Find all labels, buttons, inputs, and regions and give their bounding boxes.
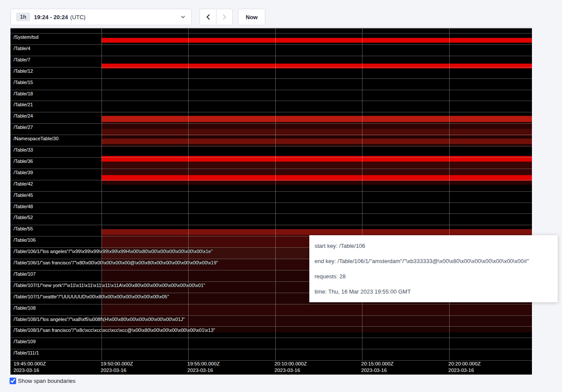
chevron-right-icon [221,14,228,20]
range-nav-group [200,9,233,25]
x-axis-tick-label: 20:10:00.000Z2023-03-16 [274,361,307,374]
show-span-boundaries-label: Show span boundaries [18,378,75,384]
chevron-down-icon [180,14,186,20]
x-axis-tick-label: 19:55:00.000Z2023-03-16 [187,361,220,374]
hover-tooltip: start key: /Table/106end key: /Table/106… [309,235,558,302]
time-range-selector[interactable]: 1h 19:24 - 20:24 (UTC) [10,9,192,25]
range-timezone-label: (UTC) [70,14,85,20]
range-duration-badge: 1h [16,13,30,21]
key-visualizer-canvas[interactable]: /System/tsd/Table/4/Table/7/Table/12/Tab… [10,27,532,375]
tooltip-line: time: Thu, 16 Mar 2023 19:55:00 GMT [309,284,558,299]
previous-range-button[interactable] [200,9,216,25]
x-axis-tick-label: 20:15:00.000Z2023-03-16 [361,361,393,374]
x-axis-tick-label: 19:45:00.000Z2023-03-16 [14,361,46,374]
toolbar: 1h 19:24 - 20:24 (UTC) Now [10,9,265,25]
range-label: 19:24 - 20:24 [34,14,68,20]
show-span-boundaries-control[interactable]: Show span boundaries [10,378,75,384]
tooltip-line: start key: /Table/106 [309,238,558,253]
now-button[interactable]: Now [238,9,265,25]
x-axis-layer: 19:45:00.000Z2023-03-1619:50:00.000Z2023… [10,27,532,375]
chevron-left-icon [205,14,212,20]
tooltip-line: requests: 28 [309,269,558,284]
x-axis-tick-label: 20:20:00.000Z2023-03-16 [448,361,481,374]
next-range-button[interactable] [216,9,233,25]
x-axis-tick-label: 19:50:00.000Z2023-03-16 [101,361,133,374]
show-span-boundaries-checkbox[interactable] [10,378,16,384]
tooltip-line: end key: /Table/106/1/"amsterdam"/"\xb33… [309,253,558,269]
